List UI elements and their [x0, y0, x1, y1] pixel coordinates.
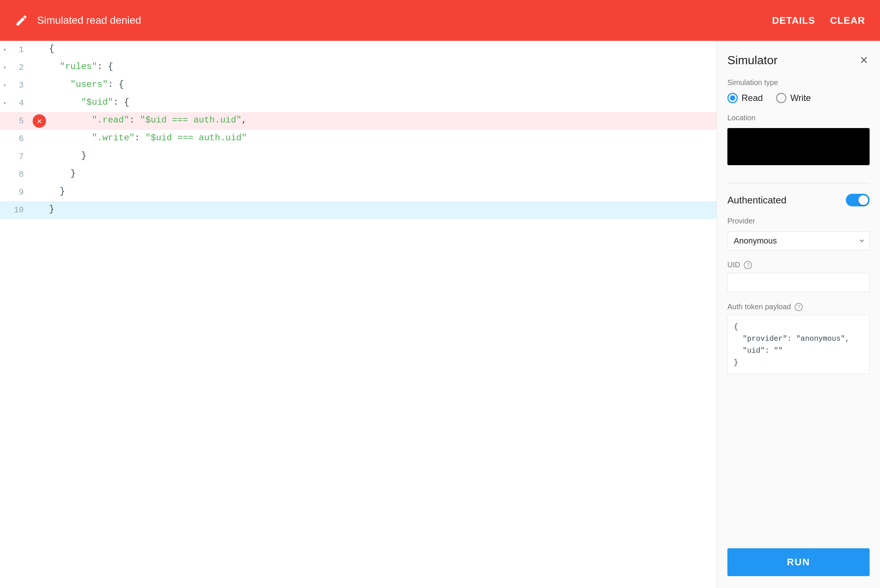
provider-dropdown-container: Anonymous Email/Password Google Facebook… — [727, 231, 869, 250]
code-line: 9 } — [0, 183, 716, 201]
uid-input[interactable] — [727, 273, 869, 292]
code-content: "$uid": { — [49, 94, 129, 112]
auth-token-label: Auth token payload — [727, 303, 791, 311]
code-content: ".read": "$uid === auth.uid", — [49, 112, 247, 130]
code-content: ".write": "$uid === auth.uid" — [49, 130, 247, 148]
simulator-header: Simulator ✕ — [727, 53, 869, 68]
code-content: } — [49, 201, 54, 219]
line-number: ▾ 1 — [0, 41, 30, 58]
clear-button[interactable]: CLEAR — [830, 15, 865, 26]
editor-panel: ▾ 1 { ▾ 2 "rules": { ▾ 3 — [0, 41, 716, 588]
code-content: { — [49, 41, 54, 58]
line-number: 5 — [0, 112, 30, 130]
code-line-error: 5 ✕ ".read": "$uid === auth.uid", — [0, 112, 716, 130]
error-icon: ✕ — [33, 114, 46, 128]
radio-write-label: Write — [790, 93, 811, 103]
line-number: ▾ 4 — [0, 94, 30, 112]
separator — [727, 183, 869, 183]
code-line-highlighted: 10 } — [0, 201, 716, 219]
radio-write-circle[interactable] — [776, 93, 787, 103]
provider-dropdown[interactable]: Anonymous Email/Password Google Facebook… — [727, 231, 869, 250]
location-label: Location — [727, 114, 869, 122]
code-line: 7 } — [0, 148, 716, 165]
code-line: ▾ 2 "rules": { — [0, 58, 716, 76]
auth-token-help-icon[interactable]: ? — [794, 303, 803, 311]
line-number: 6 — [0, 130, 30, 148]
code-content: } — [49, 183, 65, 201]
line-number: 9 — [0, 183, 30, 201]
authenticated-row: Authenticated — [727, 194, 869, 206]
code-content: } — [49, 165, 76, 183]
line-number: 7 — [0, 148, 30, 165]
line-number: ▾ 3 — [0, 76, 30, 94]
radio-read-circle[interactable] — [727, 93, 738, 103]
bar-actions: DETAILS CLEAR — [772, 15, 865, 26]
code-content: "users": { — [49, 76, 124, 94]
code-line: ▾ 3 "users": { — [0, 76, 716, 94]
pencil-icon — [15, 14, 28, 27]
notification-bar: Simulated read denied DETAILS CLEAR — [0, 0, 880, 41]
arrow-icon: ▾ — [3, 46, 7, 54]
code-line: ▾ 1 { — [0, 41, 716, 58]
authenticated-label: Authenticated — [727, 195, 787, 206]
uid-label: UID — [727, 261, 740, 269]
radio-read-label: Read — [742, 93, 763, 103]
code-area: ▾ 1 { ▾ 2 "rules": { ▾ 3 — [0, 41, 716, 588]
code-line: 8 } — [0, 165, 716, 183]
location-box[interactable] — [727, 128, 869, 165]
arrow-icon: ▾ — [3, 82, 7, 89]
line-number: 8 — [0, 165, 30, 183]
radio-read-option[interactable]: Read — [727, 93, 763, 103]
auth-token-label-row: Auth token payload ? — [727, 303, 869, 311]
code-line: ▾ 4 "$uid": { — [0, 94, 716, 112]
simulator-title: Simulator — [727, 54, 778, 67]
line-number: 10 — [0, 201, 30, 219]
notification-text: Simulated read denied — [37, 15, 772, 26]
line-number: ▾ 2 — [0, 58, 30, 76]
simulation-type-group: Read Write — [727, 93, 869, 103]
auth-token-textarea[interactable]: { "provider": "anonymous", "uid": "" } — [727, 315, 869, 374]
provider-label: Provider — [727, 217, 869, 225]
authenticated-toggle[interactable] — [846, 194, 869, 206]
main-area: ▾ 1 { ▾ 2 "rules": { ▾ 3 — [0, 41, 880, 588]
details-button[interactable]: DETAILS — [772, 15, 815, 26]
arrow-icon: ▾ — [3, 64, 7, 71]
code-line: 6 ".write": "$uid === auth.uid" — [0, 130, 716, 148]
arrow-icon: ▾ — [3, 99, 7, 107]
simulation-type-label: Simulation type — [727, 78, 869, 87]
code-content: } — [49, 148, 87, 165]
uid-help-icon[interactable]: ? — [744, 261, 752, 269]
radio-write-option[interactable]: Write — [776, 93, 811, 103]
uid-row: UID ? — [727, 261, 869, 269]
simulator-panel: Simulator ✕ Simulation type Read Write L… — [716, 41, 880, 588]
run-button[interactable]: RUN — [727, 548, 869, 576]
code-content: "rules": { — [49, 58, 113, 76]
close-button[interactable]: ✕ — [858, 53, 869, 68]
